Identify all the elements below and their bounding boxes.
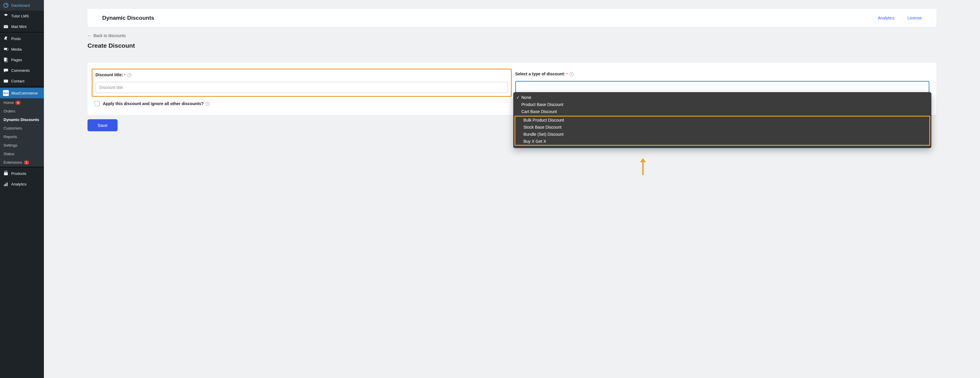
discount-title-input[interactable] — [95, 82, 508, 93]
svg-rect-2 — [4, 48, 7, 50]
sidebar-label: Products — [11, 172, 26, 176]
sidebar-label: Dashboard — [11, 3, 30, 8]
comment-icon — [3, 67, 9, 73]
required-indicator: * — [124, 73, 125, 77]
submenu-orders[interactable]: Orders — [0, 107, 44, 115]
submenu-label: Reports — [3, 135, 17, 139]
sidebar-label: Analytics — [11, 182, 27, 186]
dropdown-option-product-base[interactable]: Product Base Discount — [513, 101, 932, 108]
back-arrow-icon: ← — [88, 33, 92, 38]
admin-sidebar: Dashboard Tutor LMS Mail Mint Posts Medi… — [0, 0, 44, 378]
dropdown-option-bundle-set[interactable]: Bundle (Set) Discount — [515, 131, 930, 138]
analytics-link[interactable]: Analytics — [878, 16, 894, 20]
media-icon — [3, 46, 9, 52]
woocommerce-submenu: Home 4 Orders Dynamic Discounts Customer… — [0, 98, 44, 167]
sidebar-item-analytics[interactable]: Analytics — [0, 179, 44, 189]
submenu-extensions[interactable]: Extensions 1 — [0, 158, 44, 167]
select-outline — [515, 81, 930, 93]
type-label: Select a type of discount: * ? — [515, 71, 930, 76]
sidebar-item-posts[interactable]: Posts — [0, 33, 44, 44]
dropdown-option-buy-x-get-x[interactable]: Buy X Get X — [515, 138, 930, 145]
submenu-label: Customers — [3, 126, 22, 130]
contact-icon — [3, 78, 9, 84]
submenu-label: Settings — [3, 143, 18, 148]
sidebar-item-comments[interactable]: Comments — [0, 65, 44, 76]
page-title: Create Discount — [88, 42, 936, 49]
discount-type-select[interactable]: None Product Base Discount Cart Base Dis… — [515, 81, 930, 93]
title-label: Discount title: * ? — [95, 72, 508, 77]
sidebar-label: Contact — [11, 79, 24, 83]
sidebar-item-dashboard[interactable]: Dashboard — [0, 0, 44, 11]
main-content: Dynamic Discounts Analytics License ← Ba… — [44, 0, 980, 378]
back-link-text: Back to discounts — [94, 33, 126, 38]
dropdown-highlight: Bulk Product Discount Stock Base Discoun… — [514, 116, 931, 146]
sidebar-item-pages[interactable]: Pages — [0, 54, 44, 65]
required-indicator: * — [566, 72, 568, 76]
svg-rect-4 — [4, 58, 7, 62]
submenu-label: Dynamic Discounts — [3, 118, 39, 122]
submenu-label: Extensions — [3, 160, 22, 165]
apply-label: Apply this discount and ignore all other… — [103, 101, 210, 106]
content-area: ← Back to discounts Create Discount Disc… — [88, 33, 936, 131]
help-icon[interactable]: ? — [127, 73, 131, 77]
submenu-dynamic-discounts[interactable]: Dynamic Discounts — [0, 115, 44, 124]
submenu-settings[interactable]: Settings — [0, 141, 44, 149]
discount-type-dropdown: None Product Base Discount Cart Base Dis… — [513, 92, 932, 148]
page-icon — [3, 57, 9, 63]
annotation-arrow-up — [640, 158, 646, 175]
sidebar-label: Tutor LMS — [11, 14, 29, 18]
header-links: Analytics License — [866, 15, 922, 21]
submenu-status[interactable]: Status — [0, 149, 44, 158]
discount-form: Discount title: * ? Select a type of dis… — [88, 63, 936, 115]
dropdown-option-stock-base[interactable]: Stock Base Discount — [515, 124, 930, 131]
sidebar-item-tutor-lms[interactable]: Tutor LMS — [0, 11, 44, 21]
sidebar-label: Comments — [11, 68, 30, 73]
sidebar-label: Pages — [11, 58, 22, 62]
dropdown-option-cart-base[interactable]: Cart Base Discount — [513, 108, 932, 115]
svg-rect-7 — [4, 172, 8, 175]
woo-icon: woo — [3, 90, 9, 96]
submenu-label: Home — [3, 100, 14, 105]
svg-rect-1 — [4, 25, 8, 28]
dropdown-option-bulk-product[interactable]: Bulk Product Discount — [515, 117, 930, 124]
help-icon[interactable]: ? — [206, 102, 210, 106]
title-highlight: Discount title: * ? — [92, 68, 512, 97]
header-title: Dynamic Discounts — [102, 15, 154, 21]
save-button[interactable]: Save — [88, 119, 118, 131]
sidebar-item-contact[interactable]: Contact — [0, 76, 44, 86]
submenu-label: Orders — [3, 109, 15, 113]
sidebar-label: Media — [11, 47, 22, 51]
sidebar-item-woocommerce[interactable]: woo WooCommerce — [0, 88, 44, 98]
back-link[interactable]: ← Back to discounts — [88, 33, 126, 38]
svg-rect-8 — [4, 184, 5, 186]
submenu-label: Status — [3, 152, 14, 156]
sidebar-label: Posts — [11, 37, 21, 41]
analytics-icon — [3, 181, 9, 187]
mail-icon — [3, 24, 9, 29]
submenu-home[interactable]: Home 4 — [0, 98, 44, 107]
svg-rect-6 — [4, 80, 8, 83]
dropdown-option-none[interactable]: None — [513, 94, 932, 101]
sidebar-item-media[interactable]: Media — [0, 44, 44, 54]
badge: 4 — [15, 101, 21, 105]
page-header: Dynamic Discounts Analytics License — [88, 9, 936, 27]
svg-rect-10 — [7, 183, 8, 186]
pin-icon — [3, 36, 9, 41]
submenu-reports[interactable]: Reports — [0, 132, 44, 141]
tutor-icon — [3, 13, 9, 19]
license-link[interactable]: License — [907, 16, 922, 20]
sidebar-item-products[interactable]: Products — [0, 168, 44, 179]
badge: 1 — [24, 160, 29, 165]
help-icon[interactable]: ? — [570, 72, 574, 76]
apply-discount-checkbox[interactable] — [95, 101, 100, 106]
sidebar-label: WooCommerce — [11, 91, 38, 95]
dashboard-icon — [3, 2, 9, 8]
svg-rect-9 — [5, 183, 6, 186]
submenu-customers[interactable]: Customers — [0, 124, 44, 132]
sidebar-label: Mail Mint — [11, 24, 27, 29]
sidebar-item-mail-mint[interactable]: Mail Mint — [0, 21, 44, 32]
products-icon — [3, 170, 9, 176]
